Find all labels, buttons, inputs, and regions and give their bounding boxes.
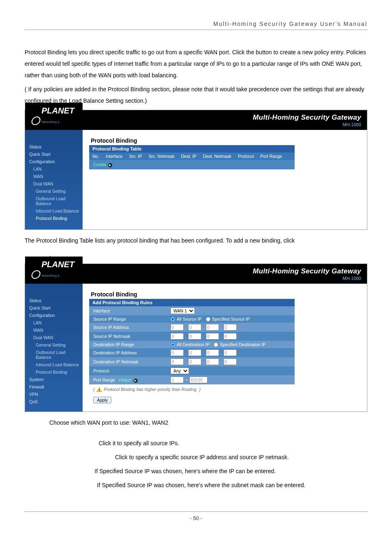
screenshot-title: Multi-Homing Security Gateway (88, 113, 361, 122)
row-dest-range: Destination IP Range All Destination IP … (89, 341, 295, 348)
row-port-range: Port Range Helper ▶ ~ (89, 375, 295, 384)
page-number: - 50 - (25, 511, 367, 521)
sidebar-item-general[interactable]: General Setting (25, 341, 83, 349)
apply-button[interactable]: Apply (93, 397, 111, 403)
col-dest-netmask: Dest. Netmask (200, 154, 235, 159)
paragraph-between: The Protocol Binding Table lists any pro… (25, 235, 367, 246)
model-number: MH-1000 (88, 122, 361, 127)
table-caption: Protocol Binding Table (89, 145, 295, 153)
sidebar-item-protocol-binding[interactable]: Protocol Binding ← ← (25, 215, 83, 227)
radio-specified-dest-ip[interactable] (214, 342, 218, 347)
sidebar-item-qos[interactable]: QoS (25, 398, 83, 405)
play-icon: ▶ (134, 379, 138, 383)
dst-addr-oct3[interactable] (206, 349, 219, 356)
logo-text: PLANET (42, 260, 74, 269)
radio-label-all-source: All Source IP (177, 317, 202, 321)
dst-mask-oct1[interactable] (171, 358, 184, 365)
sidebar-item-outbound[interactable]: Outbound Load Balance (25, 195, 83, 207)
sidebar-item-inbound[interactable]: Inbound Load Balance (25, 207, 83, 215)
src-addr-oct1[interactable] (171, 324, 184, 331)
row-dest-address: Destination IP Address . . . (89, 348, 295, 357)
row-protocol: Protocol Any (89, 366, 295, 375)
sidebar-item-label: Protocol Binding (36, 216, 67, 221)
sidebar-item-firewall[interactable]: Firewall (25, 383, 83, 391)
apply-row: Apply (89, 394, 295, 406)
paragraph-2-text: If any policies are added in the Protoco… (25, 86, 364, 104)
row-source-netmask: Source IP Netmask . . . (89, 332, 295, 341)
helper-link[interactable]: Helper ▶ (119, 377, 138, 382)
sidebar-item-configuration[interactable]: Configuration (25, 158, 83, 165)
radio-all-source-ip[interactable] (171, 317, 175, 321)
table-header-row: No. Interface Src. IP Src. Netmask Dest.… (89, 153, 295, 160)
label-dest-range: Destination IP Range (89, 341, 167, 348)
active-arrow-icon: ← ← (37, 221, 47, 226)
src-mask-oct1[interactable] (171, 333, 184, 340)
radio-label-spec-dest: Specified Destination IP (220, 342, 265, 347)
sidebar-item-quickstart[interactable]: Quick Start (25, 150, 83, 158)
col-dest-ip: Dest. IP (178, 154, 200, 159)
desc-source-netmask: If Specified Source IP was chosen, here'… (97, 479, 367, 491)
label-interface: Interface (89, 307, 167, 314)
paragraph-1: Protocol Binding lets you direct specifi… (25, 46, 367, 81)
create-link[interactable]: Create ▶ (89, 160, 295, 169)
sidebar-item-dualwan[interactable]: Dual WAN (25, 180, 83, 187)
screenshot-header: ◯ PLANET Networking & Communication Mult… (25, 110, 367, 130)
warning-icon: ! (97, 387, 102, 392)
radio-label-all-dest: All Destination IP (177, 342, 210, 347)
src-mask-oct2[interactable] (188, 333, 201, 340)
dst-mask-oct2[interactable] (188, 358, 201, 365)
sidebar-item-wan[interactable]: WAN (25, 326, 83, 334)
desc-specified-source: Click to specify a specific source IP ad… (115, 451, 367, 463)
src-addr-oct4[interactable] (224, 324, 237, 331)
label-dest-netmask: Destination IP Netmask (89, 358, 167, 365)
screenshot-add-rules: ◯ PLANET Networking & Communication Mult… (25, 264, 367, 412)
port-to-input[interactable] (189, 377, 208, 383)
radio-all-dest-ip[interactable] (171, 342, 175, 347)
play-icon: ▶ (108, 163, 112, 167)
sidebar-item-lan[interactable]: LAN (25, 165, 83, 173)
label-protocol: Protocol (89, 367, 167, 375)
src-mask-oct3[interactable] (206, 333, 219, 340)
dst-addr-oct2[interactable] (188, 349, 201, 356)
protocol-select[interactable]: Any (171, 368, 189, 374)
sidebar-item-quickstart[interactable]: Quick Start (25, 304, 83, 312)
radio-label-spec-source: Specified Source IP (212, 317, 250, 321)
sidebar-item-status[interactable]: Status (25, 143, 83, 150)
title-area: Multi-Homing Security Gateway MH-1000 (83, 266, 367, 282)
sidebar-item-outbound[interactable]: Outbound Load Balance (25, 349, 83, 361)
sidebar-item-lan[interactable]: LAN (25, 319, 83, 326)
row-dest-netmask: Destination IP Netmask . . . (89, 357, 295, 366)
sidebar-item-general[interactable]: General Setting (25, 187, 83, 195)
port-from-input[interactable] (171, 377, 184, 383)
title-area: Multi-Homing Security Gateway MH-1000 (83, 112, 367, 129)
src-addr-oct2[interactable] (188, 324, 201, 331)
screenshot-title: Multi-Homing Security Gateway (88, 267, 361, 275)
logo-text: PLANET (42, 106, 74, 115)
col-protocol: Protocol (235, 154, 257, 159)
dst-mask-oct3[interactable] (206, 358, 219, 365)
sidebar-item-vpn[interactable]: VPN (25, 391, 83, 398)
interface-select[interactable]: WAN 1 (171, 308, 195, 314)
desc-interface: Choose which WAN port to use: WAN1, WAN2 (49, 417, 367, 428)
section-title: Protocol Binding (89, 289, 295, 299)
src-addr-oct3[interactable] (206, 324, 219, 331)
sidebar-item-protocol-binding[interactable]: Protocol Binding (25, 368, 83, 376)
col-src-netmask: Src. Netmask (145, 154, 178, 159)
globe-icon: ◯ (31, 115, 40, 125)
row-source-address: Source IP Address . . . (89, 323, 295, 332)
sidebar-item-status[interactable]: Status (25, 297, 83, 304)
dst-mask-oct4[interactable] (224, 358, 237, 365)
sidebar-item-system[interactable]: System (25, 376, 83, 383)
src-mask-oct4[interactable] (224, 333, 237, 340)
screenshot-protocol-binding-table: ◯ PLANET Networking & Communication Mult… (25, 110, 367, 230)
dst-addr-oct4[interactable] (224, 349, 237, 356)
dst-addr-oct1[interactable] (171, 349, 184, 356)
sidebar: Status Quick Start Configuration LAN WAN… (25, 284, 83, 412)
sidebar-item-wan[interactable]: WAN (25, 173, 83, 180)
sidebar-item-dualwan[interactable]: Dual WAN (25, 334, 83, 341)
radio-specified-source-ip[interactable] (206, 317, 210, 321)
label-source-range: Source IP Range (89, 315, 167, 323)
col-src-ip: Src. IP (126, 154, 145, 159)
sidebar-item-inbound[interactable]: Inbound Load Balance (25, 361, 83, 368)
sidebar-item-configuration[interactable]: Configuration (25, 312, 83, 319)
